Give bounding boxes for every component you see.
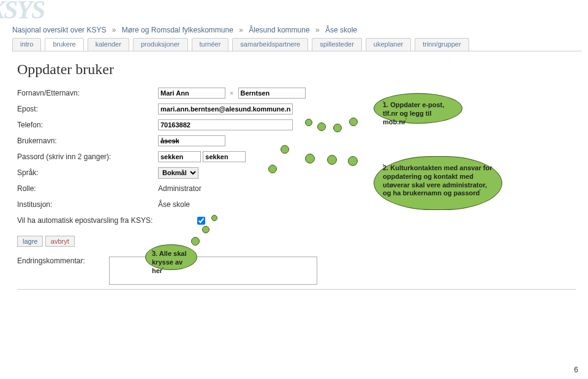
role-label: Rolle:: [17, 184, 158, 193]
tab-kalender[interactable]: kalender: [88, 38, 129, 51]
institution-label: Institusjon:: [17, 200, 158, 209]
tab-brukere[interactable]: brukere: [45, 38, 83, 51]
annotation-bubble-3: 3. Alle skal krysse av her: [145, 244, 213, 270]
tab-produksjoner[interactable]: produksjoner: [133, 38, 188, 51]
breadcrumb: Nasjonal oversikt over KSYS » Møre og Ro…: [12, 26, 357, 34]
breadcrumb-item-0[interactable]: Nasjonal oversikt over KSYS: [12, 26, 106, 34]
tab-spillesteder[interactable]: spillesteder: [312, 38, 362, 51]
cancel-button[interactable]: avbryt: [45, 236, 75, 247]
password1-input[interactable]: [158, 151, 201, 162]
annotation-text-1: 1. Oppdater e-post, tlf.nr og legg til m…: [383, 101, 444, 126]
save-button[interactable]: lagre: [17, 236, 43, 247]
clear-icon[interactable]: ×: [230, 90, 233, 97]
password-label: Passord (skriv inn 2 ganger):: [17, 152, 158, 161]
firstname-label: Fornavn/Etternavn:: [17, 89, 158, 97]
notify-label: Vil ha automatisk epostvarsling fra KSYS…: [17, 216, 195, 225]
annotation-text-2: 2. Kulturkontakten med ansvar for oppdat…: [383, 164, 492, 197]
comment-label: Endringskommentar:: [17, 257, 103, 265]
breadcrumb-sep: »: [239, 26, 243, 34]
username-input[interactable]: [158, 135, 225, 146]
tab-trinn-grupper[interactable]: trinn/grupper: [415, 38, 469, 51]
notify-checkbox[interactable]: [197, 217, 205, 225]
phone-label: Telefon:: [17, 121, 158, 129]
page-number: 6: [574, 366, 578, 374]
email-input[interactable]: [158, 103, 293, 114]
language-label: Språk:: [17, 168, 158, 177]
tab-samarbeidspartnere[interactable]: samarbeidspartnere: [232, 38, 308, 51]
phone-input[interactable]: [158, 119, 293, 130]
institution-value: Åse skole: [158, 200, 190, 209]
role-value: Administrator: [158, 184, 202, 193]
tab-turneer[interactable]: turnéer: [192, 38, 229, 51]
bottom-divider: [17, 289, 576, 290]
tab-intro[interactable]: intro: [12, 38, 41, 51]
password2-input[interactable]: [203, 151, 246, 162]
breadcrumb-item-1[interactable]: Møre og Romsdal fylkeskommune: [122, 26, 233, 34]
app-logo: KSYS: [0, 0, 44, 24]
language-select[interactable]: Bokmål: [158, 167, 198, 179]
breadcrumb-sep: »: [112, 26, 116, 34]
email-label: Epost:: [17, 105, 158, 113]
annotation-bubble-1: 1. Oppdater e-post, tlf.nr og legg til m…: [374, 93, 484, 124]
tab-ukeplaner[interactable]: ukeplaner: [366, 38, 411, 51]
breadcrumb-sep: »: [315, 26, 320, 34]
annotation-bubble-2: 2. Kulturkontakten med ansvar for oppdat…: [374, 156, 527, 210]
tabs-bar: intro brukere kalender produksjoner turn…: [12, 38, 582, 51]
username-label: Brukernavn:: [17, 137, 158, 145]
page-title: Oppdater bruker: [17, 61, 576, 78]
lastname-input[interactable]: [238, 88, 306, 99]
comment-textarea[interactable]: [109, 257, 317, 285]
breadcrumb-item-2[interactable]: Ålesund kommune: [249, 26, 309, 34]
firstname-input[interactable]: [158, 88, 225, 99]
breadcrumb-item-3[interactable]: Åse skole: [325, 26, 357, 34]
